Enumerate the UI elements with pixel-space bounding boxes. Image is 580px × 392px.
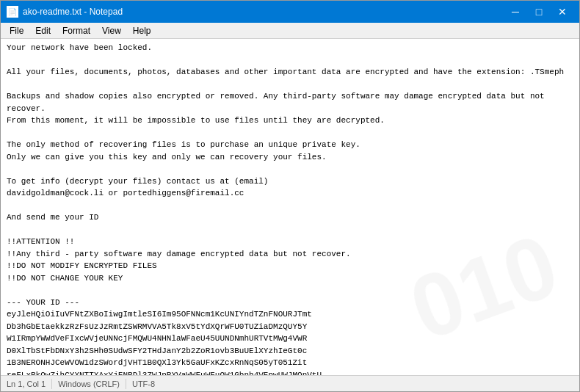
- window-title: ako-readme.txt - Notepad: [23, 7, 123, 17]
- close-button[interactable]: ✕: [551, 4, 573, 19]
- encoding: UTF-8: [132, 380, 155, 388]
- menu-file[interactable]: File: [4, 23, 29, 38]
- cursor-position: Ln 1, Col 1: [7, 380, 46, 388]
- notepad-window: 📄 ako-readme.txt - Notepad ─ □ ✕ File Ed…: [0, 0, 580, 392]
- status-bar: Ln 1, Col 1 Windows (CRLF) UTF-8: [1, 375, 579, 391]
- minimize-button[interactable]: ─: [504, 4, 526, 19]
- status-divider-2: [126, 379, 126, 389]
- status-divider-1: [51, 379, 52, 389]
- line-ending: Windows (CRLF): [58, 380, 120, 388]
- app-icon: 📄: [7, 6, 18, 18]
- menu-edit[interactable]: Edit: [29, 23, 57, 38]
- maximize-button[interactable]: □: [528, 4, 550, 19]
- content-area: 010 Your network have been locked. All y…: [1, 39, 579, 375]
- title-bar-left: 📄 ako-readme.txt - Notepad: [7, 6, 123, 18]
- menu-help[interactable]: Help: [127, 23, 157, 38]
- menu-view[interactable]: View: [96, 23, 127, 38]
- menu-format[interactable]: Format: [57, 23, 96, 38]
- title-bar: 📄 ako-readme.txt - Notepad ─ □ ✕: [1, 1, 579, 23]
- menu-bar: File Edit Format View Help: [1, 23, 579, 39]
- window-controls: ─ □ ✕: [504, 4, 573, 19]
- text-editor[interactable]: Your network have been locked. All your …: [1, 39, 579, 375]
